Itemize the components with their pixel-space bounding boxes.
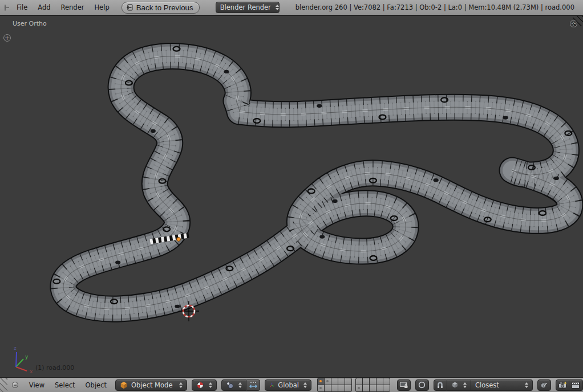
layer-cell[interactable]: [356, 378, 362, 385]
layer-cell[interactable]: [376, 385, 383, 391]
info-header: File Add Render Help Back to Previous Bl…: [0, 0, 583, 16]
textured-shading-icon: [196, 381, 204, 389]
mode-value: Object Mode: [131, 381, 175, 389]
magnet-icon: [436, 381, 444, 389]
layers-widget: [317, 378, 390, 392]
menu-collapse-icon[interactable]: [5, 5, 6, 11]
area-corner-grip[interactable]: [573, 16, 583, 26]
track-mesh: [53, 47, 572, 309]
menu-render[interactable]: Render: [56, 3, 90, 11]
layer-cell[interactable]: [338, 385, 345, 391]
render-animation-button[interactable]: [569, 379, 583, 391]
ring-decoration: [115, 261, 120, 264]
axis-z-label: z: [14, 345, 17, 351]
snap-element-cube-icon: [451, 381, 459, 389]
mode-select[interactable]: Object Mode: [115, 379, 187, 391]
global-axes-icon: [269, 381, 274, 389]
render-engine-select[interactable]: Blender Render: [216, 2, 280, 13]
ring-decoration: [224, 70, 229, 74]
viewport-3d[interactable]: User Ortho + + x y z (1) road.000: [0, 16, 583, 377]
layer-cell[interactable]: [370, 385, 376, 391]
ring-decoration: [151, 129, 156, 133]
back-to-previous-button[interactable]: Back to Previous: [122, 2, 200, 14]
blender-window: File Add Render Help Back to Previous Bl…: [0, 0, 583, 392]
axis-x-label: x: [30, 369, 33, 374]
ring-decoration: [554, 177, 559, 180]
layer-cell[interactable]: [318, 385, 324, 391]
layer-cell[interactable]: [356, 385, 362, 391]
opengl-render-button[interactable]: [537, 379, 551, 391]
layer-cell[interactable]: [325, 378, 331, 385]
toolshelf-expand-icon[interactable]: +: [3, 34, 11, 42]
view3d-header: View Select Object Object Mode: [0, 377, 583, 392]
ring-decoration: [434, 178, 439, 182]
dropdown-arrows-icon: [463, 382, 467, 388]
render-engine-value: Blender Render: [220, 3, 271, 11]
dropdown-arrows-icon: [525, 382, 528, 388]
lock-to-scene-button[interactable]: [397, 379, 411, 391]
back-to-previous-label: Back to Previous: [136, 3, 193, 12]
proportional-edit-button[interactable]: [415, 379, 429, 391]
layers-group-2: [355, 378, 390, 392]
screen-lock-icon: [399, 381, 408, 390]
dropdown-arrows-icon: [303, 382, 307, 388]
menu-add[interactable]: Add: [33, 3, 55, 11]
object-mode-cube-icon: [120, 381, 128, 389]
menu-file[interactable]: File: [11, 3, 33, 11]
layer-cell[interactable]: [363, 378, 369, 385]
menu-select[interactable]: Select: [50, 381, 80, 389]
pivot-point-select[interactable]: [221, 379, 246, 391]
snap-element-select[interactable]: [447, 379, 471, 391]
axis-y-label: y: [25, 354, 29, 360]
transform-orientation-select[interactable]: Global: [265, 379, 311, 391]
dropdown-arrows-icon: [209, 382, 212, 388]
menu-view[interactable]: View: [24, 381, 50, 389]
layer-cell[interactable]: [318, 378, 324, 385]
ring-decoration: [317, 104, 322, 108]
dropdown-arrows-icon: [179, 382, 183, 388]
sphere-brush-icon: [540, 381, 548, 389]
proportional-circle-icon: [418, 381, 426, 389]
snap-target-value: Closest: [475, 381, 520, 389]
axis-mini-gizmo: x y z: [3, 342, 43, 377]
menu-help[interactable]: Help: [89, 3, 114, 11]
ring-decoration: [319, 235, 325, 238]
menu-collapse-icon[interactable]: [12, 382, 18, 388]
snap-toggle-button[interactable]: [434, 379, 447, 391]
menu-object[interactable]: Object: [80, 381, 112, 389]
ring-decoration: [175, 305, 180, 308]
area-resize-grip[interactable]: [0, 378, 7, 392]
render-image-button[interactable]: [556, 379, 569, 391]
ring-decoration: [503, 116, 508, 119]
scene-stats: blender.org 260 | Ve:7082 | Fa:7213 | Ob…: [295, 3, 574, 11]
layer-cell[interactable]: [376, 378, 383, 385]
object-origin-dot: [177, 238, 181, 242]
layer-cell[interactable]: [383, 385, 390, 391]
layer-cell[interactable]: [363, 385, 369, 391]
layer-cell[interactable]: [383, 378, 390, 385]
camera-icon: [558, 381, 567, 390]
viewport-shading-select[interactable]: [192, 379, 217, 391]
layer-cell[interactable]: [345, 378, 351, 385]
view-name-label: User Ortho: [13, 20, 47, 27]
layer-cell[interactable]: [331, 385, 338, 391]
translate-manipulator-icon: [249, 381, 258, 390]
orientation-value: Global: [278, 381, 299, 389]
pivot-median-icon: [226, 381, 234, 389]
dropdown-arrows-icon: [276, 5, 279, 10]
layer-cell[interactable]: [325, 385, 331, 391]
scene-canvas: [0, 16, 583, 377]
back-arrow-icon: [125, 3, 133, 11]
manipulator-toggle-button[interactable]: [246, 379, 260, 391]
layer-cell[interactable]: [331, 378, 338, 385]
layer-cell[interactable]: [345, 385, 351, 391]
snap-target-select[interactable]: Closest: [471, 379, 533, 391]
active-object-label: (1) road.000: [35, 364, 74, 371]
layers-group-1: [317, 378, 352, 392]
layer-cell[interactable]: [338, 378, 345, 385]
dropdown-arrows-icon: [238, 382, 242, 388]
layer-cell[interactable]: [370, 378, 376, 385]
clapperboard-icon: [571, 381, 580, 390]
ring-decoration: [333, 199, 338, 203]
